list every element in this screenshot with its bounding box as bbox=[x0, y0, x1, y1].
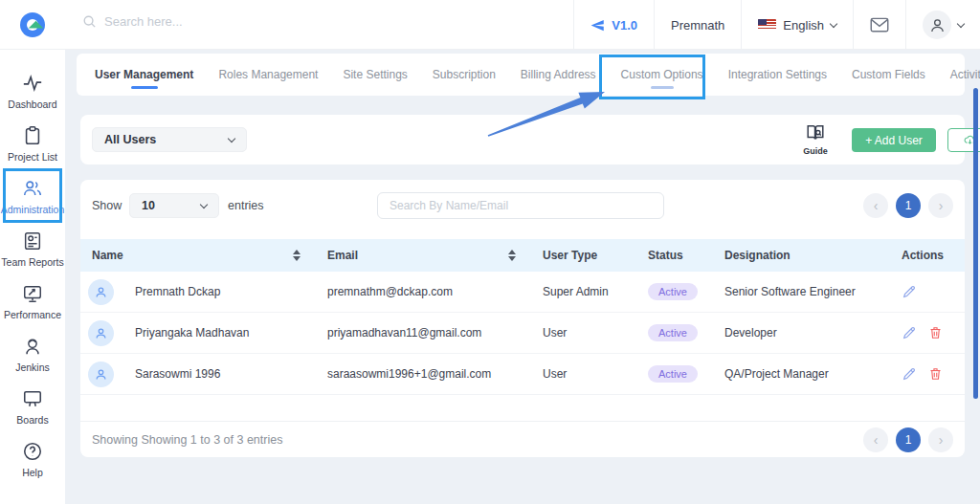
profile-menu[interactable] bbox=[905, 0, 980, 50]
sort-icon[interactable] bbox=[508, 250, 516, 261]
entries-summary: Showing Showing 1 to 3 of 3 entries bbox=[92, 433, 282, 447]
table-footer: Showing Showing 1 to 3 of 3 entries ‹ 1 … bbox=[80, 421, 965, 457]
sidebar-item-help[interactable]: Help bbox=[0, 441, 65, 493]
sidebar-item-dashboard[interactable]: Dashboard bbox=[0, 73, 65, 125]
chevron-down-icon bbox=[830, 19, 837, 27]
tab-billing-address[interactable]: Billing Address bbox=[508, 54, 609, 96]
column-header-actions: Actions bbox=[890, 249, 965, 262]
cell-designation: Senior Software Engineer bbox=[713, 285, 890, 298]
help-icon bbox=[22, 441, 43, 462]
search-icon bbox=[82, 14, 97, 29]
table-row: Sarasowmi 1996 saraasowmi1996+1@gmail.co… bbox=[80, 354, 965, 395]
language-selector[interactable]: English bbox=[741, 0, 853, 50]
status-badge: Active bbox=[648, 324, 698, 341]
app-window: V1.0 Premnath English D bbox=[0, 0, 980, 504]
show-label: Show bbox=[92, 199, 122, 212]
prev-page-button[interactable]: ‹ bbox=[863, 193, 888, 218]
edit-button[interactable] bbox=[902, 284, 917, 299]
edit-button[interactable] bbox=[902, 366, 917, 382]
guide-button[interactable]: Guide bbox=[799, 122, 832, 156]
global-search-input[interactable] bbox=[104, 14, 315, 29]
version-label: V1.0 bbox=[612, 18, 637, 33]
tab-roles-management[interactable]: Roles Management bbox=[206, 54, 330, 96]
cell-status: Active bbox=[636, 324, 713, 341]
column-header-user-type[interactable]: User Type bbox=[531, 249, 636, 262]
delete-button[interactable] bbox=[928, 325, 943, 340]
sidebar-item-jenkins[interactable]: Jenkins bbox=[0, 336, 65, 388]
delete-button[interactable] bbox=[928, 366, 943, 382]
board-icon bbox=[22, 388, 43, 409]
cell-email: saraasowmi1996+1@gmail.com bbox=[316, 367, 531, 381]
entries-label: entries bbox=[228, 199, 264, 212]
global-search bbox=[82, 14, 315, 29]
cell-name: Premnath Dckap bbox=[80, 279, 316, 305]
table-search-input[interactable] bbox=[377, 192, 664, 219]
cell-email: premnathm@dckap.com bbox=[316, 285, 531, 298]
column-header-email[interactable]: Email bbox=[316, 249, 531, 262]
activity-icon bbox=[22, 73, 43, 94]
tab-subscription[interactable]: Subscription bbox=[420, 54, 508, 96]
add-user-button[interactable]: + Add User bbox=[852, 128, 936, 152]
tab-custom-options[interactable]: Custom Options bbox=[609, 54, 716, 96]
cell-actions bbox=[890, 366, 965, 382]
trash-icon bbox=[928, 366, 943, 382]
pencil-icon bbox=[902, 325, 917, 340]
settings-tabs: User Management Roles Management Site Se… bbox=[77, 54, 965, 96]
cell-status: Active bbox=[636, 283, 713, 300]
sidebar-item-performance[interactable]: Performance bbox=[0, 283, 65, 336]
language-label: English bbox=[783, 18, 824, 33]
version-indicator[interactable]: V1.0 bbox=[573, 0, 654, 50]
chevron-down-icon bbox=[200, 200, 208, 208]
column-header-designation[interactable]: Designation bbox=[713, 249, 890, 262]
cell-email: priyamadhavan11@gmail.com bbox=[316, 326, 531, 340]
edit-button[interactable] bbox=[902, 325, 917, 340]
profile-avatar-icon bbox=[923, 11, 951, 39]
sidebar-item-team-reports[interactable]: Team Reports bbox=[0, 230, 65, 283]
cell-actions bbox=[890, 325, 965, 340]
users-table-card: Show 10 entries ‹ 1 › Name Email User T bbox=[80, 180, 965, 457]
username-label[interactable]: Premnath bbox=[654, 0, 741, 50]
column-header-status[interactable]: Status bbox=[636, 249, 713, 262]
cell-actions bbox=[890, 284, 965, 299]
column-header-name[interactable]: Name bbox=[80, 249, 316, 262]
report-icon bbox=[22, 230, 43, 252]
vertical-scrollbar[interactable] bbox=[973, 88, 978, 399]
cell-name: Sarasowmi 1996 bbox=[80, 362, 316, 387]
user-avatar-icon bbox=[88, 279, 114, 305]
status-badge: Active bbox=[648, 365, 698, 383]
prev-page-button[interactable]: ‹ bbox=[863, 427, 888, 452]
user-avatar-icon bbox=[88, 362, 114, 387]
tab-integration-settings[interactable]: Integration Settings bbox=[716, 54, 839, 96]
cell-user-type: User bbox=[531, 367, 636, 381]
table-header-row: Name Email User Type Status Designation … bbox=[80, 239, 965, 272]
sidebar-item-project-list[interactable]: Project List bbox=[0, 125, 65, 178]
page-1-button[interactable]: 1 bbox=[896, 427, 921, 452]
guide-label: Guide bbox=[799, 146, 832, 156]
cell-designation: Developer bbox=[713, 326, 890, 340]
users-icon bbox=[22, 178, 43, 199]
tab-user-management[interactable]: User Management bbox=[82, 54, 206, 96]
sidebar: Dashboard Project List Administration Te… bbox=[0, 50, 65, 504]
sidebar-item-boards[interactable]: Boards bbox=[0, 388, 65, 441]
table-controls: Show 10 entries ‹ 1 › bbox=[92, 193, 953, 218]
filter-toolbar: All Users Guide + Add User Export bbox=[80, 115, 965, 164]
table-row: Premnath Dckap premnathm@dckap.com Super… bbox=[80, 272, 965, 313]
page-size-select[interactable]: 10 bbox=[129, 193, 219, 218]
next-page-button[interactable]: › bbox=[928, 427, 953, 452]
app-logo-icon[interactable] bbox=[20, 12, 45, 37]
jenkins-icon bbox=[22, 336, 43, 357]
messages-button[interactable] bbox=[853, 0, 905, 50]
pagination-bottom: ‹ 1 › bbox=[863, 427, 953, 452]
user-filter-value: All Users bbox=[104, 133, 156, 146]
chevron-down-icon bbox=[228, 134, 235, 142]
tab-site-settings[interactable]: Site Settings bbox=[330, 54, 419, 96]
us-flag-icon bbox=[758, 19, 776, 31]
page-1-button[interactable]: 1 bbox=[896, 193, 921, 218]
pencil-icon bbox=[902, 366, 917, 382]
tab-custom-fields[interactable]: Custom Fields bbox=[839, 54, 938, 96]
sort-icon[interactable] bbox=[293, 250, 301, 261]
next-page-button[interactable]: › bbox=[928, 193, 953, 218]
sidebar-item-administration[interactable]: Administration bbox=[0, 178, 65, 230]
user-filter-select[interactable]: All Users bbox=[92, 127, 247, 152]
cell-user-type: User bbox=[531, 326, 636, 340]
